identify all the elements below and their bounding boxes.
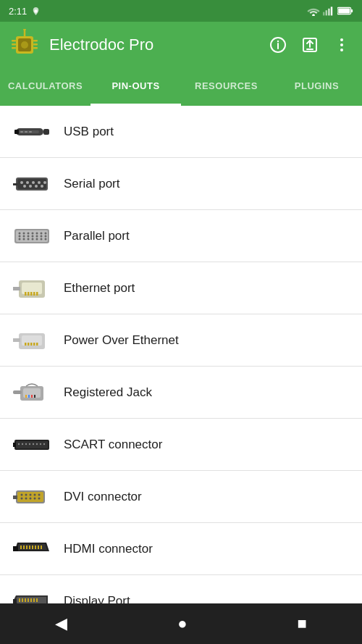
- ethernet-label: Ethernet port: [64, 281, 135, 296]
- rj-icon: [12, 377, 52, 409]
- app-title: Electrodoc Pro: [49, 35, 255, 54]
- svg-point-114: [30, 497, 32, 499]
- svg-point-113: [25, 497, 28, 499]
- list-item[interactable]: Ethernet port: [0, 262, 362, 314]
- svg-point-65: [23, 238, 25, 240]
- tab-calculators[interactable]: CALCULATORS: [0, 68, 90, 106]
- svg-rect-128: [13, 546, 18, 551]
- recents-icon: ■: [298, 614, 307, 633]
- svg-point-111: [38, 493, 41, 495]
- svg-point-101: [36, 443, 38, 444]
- svg-rect-126: [38, 545, 39, 549]
- poe-icon: [12, 325, 52, 356]
- svg-rect-33: [20, 131, 23, 133]
- list-item[interactable]: DVI connector: [0, 471, 362, 523]
- rj-label: Registered Jack: [64, 385, 152, 400]
- svg-point-60: [32, 235, 34, 237]
- svg-rect-7: [351, 9, 353, 12]
- info-icon: [269, 36, 287, 54]
- svg-rect-14: [33, 40, 38, 42]
- svg-rect-77: [36, 292, 38, 296]
- svg-point-46: [41, 185, 43, 188]
- svg-point-103: [43, 443, 45, 444]
- more-icon: [333, 36, 350, 54]
- svg-rect-47: [13, 183, 17, 185]
- list-item[interactable]: Serial port: [0, 158, 362, 210]
- list-item[interactable]: USB port: [0, 106, 362, 158]
- svg-point-58: [23, 235, 25, 237]
- list-item[interactable]: Registered Jack: [0, 367, 362, 419]
- back-button[interactable]: ◀: [38, 609, 85, 639]
- svg-rect-82: [28, 343, 30, 346]
- location-icon: [31, 7, 41, 16]
- svg-point-109: [30, 493, 32, 495]
- back-icon: ◀: [55, 614, 67, 633]
- svg-point-69: [41, 238, 43, 240]
- battery-icon: [337, 7, 353, 15]
- svg-point-53: [32, 232, 34, 234]
- tab-plugins[interactable]: PLUGINS: [272, 68, 362, 106]
- svg-rect-76: [33, 292, 35, 296]
- tabs-bar: CALCULATORS PIN-OUTS RESOURCES PLUGINS: [0, 68, 362, 106]
- recents-button[interactable]: ■: [280, 609, 324, 639]
- sync-icon: [301, 36, 319, 54]
- svg-rect-83: [30, 343, 33, 346]
- svg-point-56: [45, 232, 47, 234]
- svg-point-41: [38, 181, 41, 184]
- svg-point-54: [36, 232, 38, 234]
- sync-button[interactable]: [295, 30, 324, 59]
- list-item[interactable]: HDMI connector: [0, 523, 362, 575]
- dvi-label: DVI connector: [64, 490, 142, 504]
- svg-point-112: [21, 497, 23, 499]
- svg-rect-117: [13, 495, 17, 499]
- wifi-icon: [307, 6, 320, 16]
- svg-point-116: [38, 497, 41, 499]
- svg-point-110: [34, 493, 36, 495]
- svg-point-44: [29, 185, 32, 188]
- list-item[interactable]: SCART connector: [0, 419, 362, 471]
- svg-rect-91: [31, 395, 33, 398]
- svg-rect-75: [30, 292, 33, 296]
- svg-rect-123: [29, 545, 30, 549]
- list-item[interactable]: Parallel port: [0, 210, 362, 262]
- parallel-label: Parallel port: [64, 229, 130, 243]
- svg-rect-31: [43, 129, 49, 135]
- svg-point-107: [21, 493, 23, 495]
- svg-point-64: [19, 238, 21, 240]
- svg-point-63: [45, 235, 47, 237]
- svg-rect-137: [36, 598, 38, 602]
- svg-rect-132: [22, 598, 23, 602]
- svg-rect-3: [326, 10, 327, 15]
- status-bar: 2:11: [0, 0, 362, 22]
- svg-rect-134: [28, 598, 29, 602]
- home-icon: ●: [177, 614, 187, 633]
- svg-rect-127: [41, 545, 42, 549]
- svg-point-26: [340, 38, 343, 41]
- svg-rect-90: [28, 395, 30, 398]
- svg-rect-4: [328, 9, 329, 16]
- more-button[interactable]: [327, 30, 356, 59]
- svg-point-59: [28, 235, 30, 237]
- serial-label: Serial port: [64, 177, 119, 191]
- ethernet-icon: [12, 272, 52, 304]
- svg-rect-78: [13, 287, 20, 290]
- tab-pin-outs[interactable]: PIN-OUTS: [90, 68, 181, 106]
- svg-rect-124: [32, 545, 33, 549]
- svg-rect-81: [25, 343, 27, 346]
- home-button[interactable]: ●: [160, 609, 204, 639]
- svg-point-55: [41, 232, 43, 234]
- tab-resources[interactable]: RESOURCES: [181, 68, 272, 106]
- list-item[interactable]: Power Over Ethernet: [0, 314, 362, 367]
- svg-point-99: [29, 443, 30, 444]
- info-button[interactable]: [264, 30, 292, 59]
- svg-point-51: [23, 232, 25, 234]
- svg-rect-133: [25, 598, 26, 602]
- svg-point-70: [45, 238, 47, 240]
- svg-point-38: [20, 181, 23, 184]
- svg-point-97: [22, 443, 23, 444]
- svg-point-100: [33, 443, 34, 444]
- app-logo: [9, 29, 41, 61]
- svg-rect-2: [323, 12, 324, 16]
- svg-point-45: [35, 185, 38, 188]
- svg-point-102: [40, 443, 41, 444]
